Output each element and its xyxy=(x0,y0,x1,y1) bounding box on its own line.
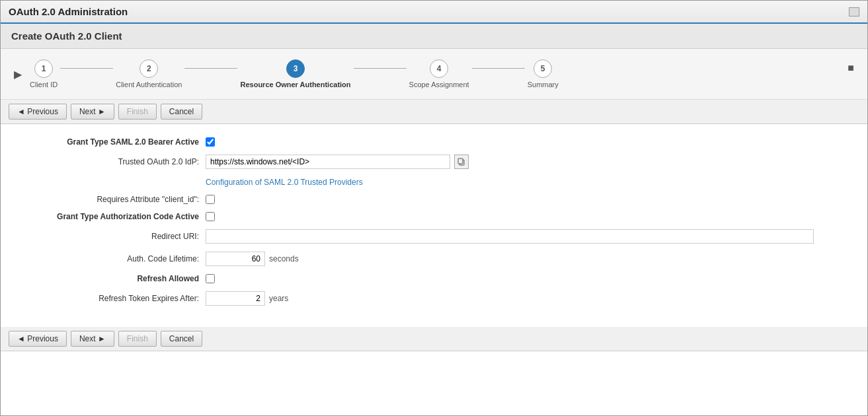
svg-rect-1 xyxy=(458,158,463,164)
trusted-idp-row: Trusted OAuth 2.0 IdP: xyxy=(20,155,848,169)
grant-type-auth-row: Grant Type Authorization Code Active xyxy=(20,212,848,221)
steps-container: 1 Client ID 2 Client Authentication 3 xyxy=(30,59,840,88)
trusted-idp-label: Trusted OAuth 2.0 IdP: xyxy=(20,157,206,166)
section-header: Create OAuth 2.0 Client xyxy=(1,24,867,49)
trusted-idp-input[interactable] xyxy=(206,155,450,169)
title-bar: OAuth 2.0 Administration xyxy=(1,1,867,24)
next-button-bottom[interactable]: Next ► xyxy=(71,331,114,347)
auth-code-lifetime-input-group: seconds xyxy=(206,252,299,266)
step-label-2: Client Authentication xyxy=(116,81,182,88)
config-link-row: Configuration of SAML 2.0 Trusted Provid… xyxy=(206,177,848,187)
finish-button-top[interactable]: Finish xyxy=(118,104,157,120)
redirect-uri-row: Redirect URI: xyxy=(20,229,848,244)
previous-button-top[interactable]: ◄ Previous xyxy=(9,104,67,120)
copy-button[interactable] xyxy=(454,155,469,169)
refresh-token-expires-row: Refresh Token Expires After: years xyxy=(20,291,848,306)
grant-type-saml-row: Grant Type SAML 2.0 Bearer Active xyxy=(20,137,848,147)
grant-type-auth-checkbox[interactable] xyxy=(206,212,215,221)
step-circle-4: 4 xyxy=(430,59,448,78)
auth-code-lifetime-row: Auth. Code Lifetime: seconds xyxy=(20,252,848,266)
step-circle-3: 3 xyxy=(286,59,305,78)
auth-code-lifetime-input[interactable] xyxy=(206,252,265,266)
step-label-4: Scope Assignment xyxy=(409,81,469,88)
wizard-steps: ▶ 1 Client ID 2 Client Authentication xyxy=(1,49,867,100)
form-area: Grant Type SAML 2.0 Bearer Active Truste… xyxy=(1,124,867,327)
wizard-step-1[interactable]: 1 Client ID xyxy=(30,59,58,88)
window-control-icon[interactable] xyxy=(849,7,859,17)
step-circle-5: 5 xyxy=(533,59,552,78)
window-title: OAuth 2.0 Administration xyxy=(9,6,128,17)
top-toolbar: ◄ Previous Next ► Finish Cancel xyxy=(1,100,867,124)
wizard-step-5[interactable]: 5 Summary xyxy=(528,59,559,88)
next-button-top[interactable]: Next ► xyxy=(71,104,114,120)
config-saml-link[interactable]: Configuration of SAML 2.0 Trusted Provid… xyxy=(206,178,363,187)
requires-attr-label: Requires Attribute "client_id": xyxy=(20,195,206,204)
redirect-uri-label: Redirect URI: xyxy=(20,232,206,241)
wizard-step-4[interactable]: 4 Scope Assignment xyxy=(409,59,469,88)
step-label-3: Resource Owner Authentication xyxy=(240,81,350,88)
refresh-token-expires-input[interactable] xyxy=(206,291,265,306)
step-connector-2 xyxy=(184,68,237,69)
section-title: Create OAuth 2.0 Client xyxy=(11,30,122,42)
window-frame: OAuth 2.0 Administration Create OAuth 2.… xyxy=(0,0,868,416)
refresh-allowed-row: Refresh Allowed xyxy=(20,274,848,283)
step-label-1: Client ID xyxy=(30,81,58,88)
auth-code-lifetime-suffix: seconds xyxy=(269,254,299,263)
auth-code-lifetime-label: Auth. Code Lifetime: xyxy=(20,254,206,263)
requires-attr-row: Requires Attribute "client_id": xyxy=(20,195,848,204)
cancel-button-bottom[interactable]: Cancel xyxy=(161,331,202,347)
refresh-token-expires-label: Refresh Token Expires After: xyxy=(20,294,206,303)
step-label-5: Summary xyxy=(528,81,559,88)
bottom-toolbar: ◄ Previous Next ► Finish Cancel xyxy=(1,327,867,351)
step-connector-1 xyxy=(60,68,113,69)
redirect-uri-input[interactable] xyxy=(206,229,814,244)
requires-attr-checkbox[interactable] xyxy=(206,195,215,204)
wizard-end-icon: ■ xyxy=(848,62,854,74)
grant-type-saml-checkbox[interactable] xyxy=(206,137,215,147)
step-connector-3 xyxy=(354,68,407,69)
grant-type-saml-label: Grant Type SAML 2.0 Bearer Active xyxy=(20,137,206,147)
trusted-idp-input-group xyxy=(206,155,469,169)
grant-type-auth-label: Grant Type Authorization Code Active xyxy=(20,212,206,221)
step-circle-1: 1 xyxy=(34,59,53,78)
refresh-allowed-label: Refresh Allowed xyxy=(20,274,206,283)
cancel-button-top[interactable]: Cancel xyxy=(161,104,202,120)
step-circle-2: 2 xyxy=(139,59,158,78)
finish-button-bottom[interactable]: Finish xyxy=(118,331,157,347)
wizard-step-2[interactable]: 2 Client Authentication xyxy=(116,59,182,88)
wizard-start-icon: ▶ xyxy=(14,68,22,81)
step-connector-4 xyxy=(472,68,525,69)
wizard-step-3[interactable]: 3 Resource Owner Authentication xyxy=(240,59,350,88)
refresh-token-expires-suffix: years xyxy=(269,294,288,303)
refresh-allowed-checkbox[interactable] xyxy=(206,274,215,283)
page-content: Create OAuth 2.0 Client ▶ 1 Client ID 2 xyxy=(1,24,867,351)
refresh-token-expires-input-group: years xyxy=(206,291,288,306)
previous-button-bottom[interactable]: ◄ Previous xyxy=(9,331,67,347)
